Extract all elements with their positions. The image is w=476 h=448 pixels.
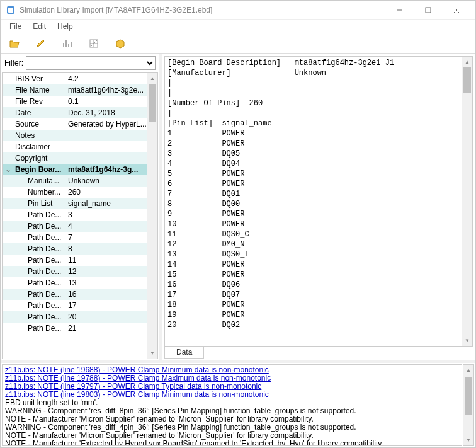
tree-value: 8 <box>65 244 147 253</box>
tree-row[interactable]: DateDec. 31, 2018 <box>3 107 147 118</box>
tree-row[interactable]: Path De...20 <box>3 311 147 323</box>
tree-row[interactable]: Path De...4 <box>3 221 147 232</box>
tree-row[interactable]: Path De...21 <box>3 323 147 334</box>
filter-select[interactable] <box>26 56 156 70</box>
tree-row[interactable]: Notes <box>3 130 147 141</box>
tree-value: Unknown <box>65 176 147 185</box>
tree-value: 0.1 <box>65 97 147 106</box>
tree-label: Number... <box>3 188 65 197</box>
window-title: Simulation Library Import [MTA8ATF1G64HZ… <box>20 6 385 14</box>
menu-help[interactable]: Help <box>52 21 78 32</box>
tree-value: 12 <box>65 267 147 276</box>
tree-value: 4 <box>65 222 147 231</box>
tree-scrollbar[interactable]: ▲ ▼ <box>147 73 157 359</box>
tree-value: 260 <box>65 188 147 197</box>
scroll-thumb[interactable] <box>463 67 471 93</box>
filter-label: Filter: <box>4 59 23 67</box>
tree-row[interactable]: Manufa...Unknown <box>3 175 147 187</box>
tree-label: Path De... <box>3 313 65 321</box>
menubar: File Edit Help <box>1 20 475 33</box>
app-icon <box>6 5 16 15</box>
tree-row[interactable]: ⌄Begin Boar...mta8atf1g64hz-3g... <box>3 164 147 175</box>
tree-label: Path De... <box>3 256 65 265</box>
tree-label: Pin List <box>3 199 65 208</box>
tree-label: Path De... <box>3 210 65 219</box>
tree-value: signal_name <box>65 199 147 208</box>
svg-rect-3 <box>426 8 431 13</box>
svg-rect-1 <box>8 8 13 13</box>
data-text-view[interactable]: [Begin Board Description] mta8atf1g64hz-… <box>165 57 462 346</box>
tree-value: mta8atf1g64hz-3g... <box>65 165 147 174</box>
tree-value: 7 <box>65 233 147 242</box>
tree-row[interactable]: Path De...3 <box>3 209 147 221</box>
log-panel[interactable]: z11b.ibs: NOTE (line 19688) - POWER Clam… <box>2 364 462 446</box>
tree-value: Generated by HyperL... <box>65 120 147 129</box>
tree-row[interactable]: Path De...8 <box>3 243 147 255</box>
scroll-down-icon[interactable]: ▼ <box>462 335 472 346</box>
menu-file[interactable]: File <box>4 21 26 32</box>
tree-row[interactable]: File Namemta8atf1g64hz-3g2e... <box>3 84 147 96</box>
tree-row[interactable]: File Rev0.1 <box>3 96 147 107</box>
tree-label: Begin Boar... <box>3 165 65 174</box>
tree-value: 3 <box>65 210 147 219</box>
tree-value: 13 <box>65 279 147 287</box>
package-icon[interactable] <box>114 37 127 50</box>
tree-row[interactable]: Path De...7 <box>3 232 147 243</box>
tree-label: Path De... <box>3 301 65 310</box>
expand-icon[interactable]: ⌄ <box>5 165 11 174</box>
grid-icon[interactable] <box>88 37 100 50</box>
tree-label: Source <box>3 120 65 129</box>
log-scrollbar[interactable]: ▲ ▼ <box>463 364 474 446</box>
tree-value: 21 <box>65 324 147 333</box>
scroll-thumb[interactable] <box>465 377 472 415</box>
maximize-button[interactable] <box>414 1 442 19</box>
titlebar: Simulation Library Import [MTA8ATF1G64HZ… <box>1 1 475 20</box>
scroll-down-icon[interactable]: ▼ <box>147 348 157 359</box>
tree-row[interactable]: SourceGenerated by HyperL... <box>3 118 147 130</box>
tab-data[interactable]: Data <box>164 347 204 359</box>
tree-row[interactable]: IBIS Ver4.2 <box>3 73 147 84</box>
tree-label: Disclaimer <box>3 142 65 151</box>
scroll-up-icon[interactable]: ▲ <box>147 73 157 84</box>
tree-row[interactable]: Disclaimer <box>3 141 147 152</box>
tree-label: Date <box>3 108 65 117</box>
tree-row[interactable]: Path De...11 <box>3 255 147 266</box>
property-tree[interactable]: IBIS Ver4.2File Namemta8atf1g64hz-3g2e..… <box>3 73 147 359</box>
menu-edit[interactable]: Edit <box>28 21 51 32</box>
tree-label: File Name <box>3 86 65 95</box>
tree-value: Dec. 31, 2018 <box>65 108 147 117</box>
log-line: NOTE - Manufacturer 'Extracted by HyperL… <box>5 440 459 446</box>
tree-row[interactable]: Number...260 <box>3 187 147 198</box>
scroll-down-icon[interactable]: ▼ <box>463 435 473 445</box>
open-icon[interactable] <box>8 37 21 50</box>
tree-label: Path De... <box>3 222 65 231</box>
tree-label: Path De... <box>3 279 65 287</box>
data-scrollbar[interactable]: ▲ ▼ <box>462 57 472 346</box>
scroll-up-icon[interactable]: ▲ <box>463 365 473 376</box>
edit-icon[interactable] <box>35 37 47 50</box>
tree-row[interactable]: Pin Listsignal_name <box>3 198 147 209</box>
tree-row[interactable]: Path De...17 <box>3 300 147 311</box>
tree-label: Path De... <box>3 267 65 276</box>
tree-label: Path De... <box>3 290 65 299</box>
tree-label: Path De... <box>3 244 65 253</box>
tree-value: mta8atf1g64hz-3g2e... <box>65 86 147 95</box>
tree-row[interactable]: Copyright <box>3 152 147 164</box>
tree-value: 4.2 <box>65 74 147 83</box>
tree-label: Manufa... <box>3 176 65 185</box>
scroll-up-icon[interactable]: ▲ <box>462 57 472 67</box>
minimize-button[interactable] <box>385 1 414 19</box>
tree-value: 17 <box>65 301 147 310</box>
scroll-thumb[interactable] <box>149 84 156 122</box>
tree-label: Path De... <box>3 324 65 333</box>
tree-row[interactable]: Path De...12 <box>3 266 147 277</box>
chart-icon[interactable] <box>61 37 74 50</box>
tree-label: IBIS Ver <box>3 74 65 83</box>
tree-row[interactable]: Path De...16 <box>3 289 147 300</box>
tree-label: Notes <box>3 131 65 140</box>
tree-value: 16 <box>65 290 147 299</box>
toolbar <box>1 33 475 54</box>
tree-row[interactable]: Path De...13 <box>3 277 147 289</box>
tree-value: 11 <box>65 256 147 265</box>
close-button[interactable] <box>442 1 470 19</box>
